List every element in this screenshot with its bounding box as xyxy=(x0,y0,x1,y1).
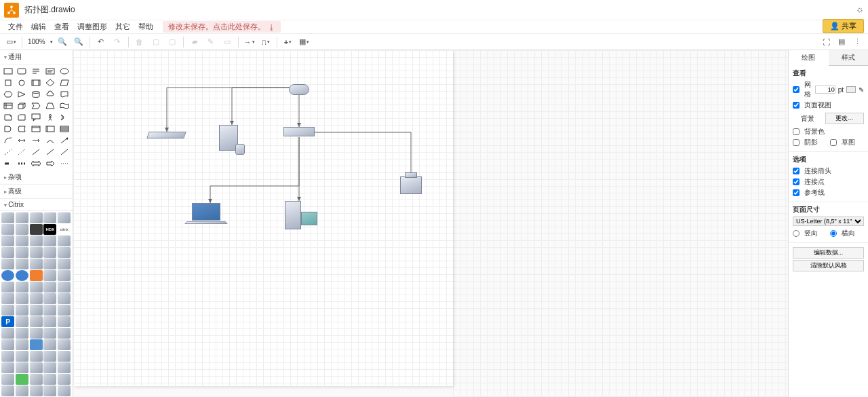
zoom-dropdown[interactable]: ▾ xyxy=(50,39,53,45)
connection-button[interactable]: →▾ xyxy=(243,36,256,48)
citrix-shape[interactable] xyxy=(16,247,28,258)
citrix-shape[interactable] xyxy=(16,224,28,235)
citrix-shape[interactable] xyxy=(58,316,71,327)
citrix-shape[interactable] xyxy=(43,385,56,396)
shape-bidir-arrow[interactable] xyxy=(16,135,28,146)
canvas[interactable] xyxy=(73,50,788,397)
tab-style[interactable]: 样式 xyxy=(829,50,869,66)
shape-trapezoid[interactable] xyxy=(43,100,56,111)
shape-ellipse[interactable] xyxy=(58,66,71,77)
shape-dashed[interactable] xyxy=(1,147,14,157)
shape-dotted2[interactable] xyxy=(58,158,71,169)
shape-hexagon[interactable] xyxy=(1,89,14,100)
citrix-shape[interactable] xyxy=(1,385,14,396)
menu-view[interactable]: 查看 xyxy=(50,22,73,32)
shape-parallelogram[interactable] xyxy=(58,77,71,88)
shape-circle[interactable] xyxy=(16,77,28,88)
citrix-shape[interactable] xyxy=(58,270,71,281)
checkbox-conn-points[interactable] xyxy=(793,178,800,185)
insert-button[interactable]: +▾ xyxy=(281,36,295,48)
line-color-button[interactable]: ✎ xyxy=(204,36,218,48)
citrix-shape[interactable] xyxy=(43,212,56,223)
shape-line2[interactable] xyxy=(43,147,56,157)
citrix-shape[interactable] xyxy=(30,385,43,396)
shape-card[interactable] xyxy=(16,112,28,123)
citrix-shape[interactable] xyxy=(1,351,14,362)
share-button[interactable]: 👤共享 xyxy=(823,19,864,33)
shape-cloud[interactable] xyxy=(43,89,56,100)
menu-extras[interactable]: 其它 xyxy=(111,22,134,32)
panel-misc[interactable]: 杂项 xyxy=(0,170,73,185)
fill-color-button[interactable]: ▰ xyxy=(188,36,201,48)
shape-tape[interactable] xyxy=(58,100,71,111)
citrix-shape[interactable] xyxy=(30,328,43,339)
checkbox-sketch[interactable] xyxy=(830,139,837,146)
shape-data-storage[interactable] xyxy=(16,124,28,134)
theme-toggle-icon[interactable]: ☼ xyxy=(856,4,864,14)
citrix-shape[interactable] xyxy=(58,305,71,316)
citrix-shape[interactable] xyxy=(1,339,14,350)
shape-note[interactable] xyxy=(1,112,14,123)
shape-curve[interactable] xyxy=(1,135,14,146)
citrix-shape[interactable] xyxy=(30,339,43,350)
citrix-shape[interactable] xyxy=(43,270,56,281)
shape-diamond[interactable] xyxy=(43,77,56,88)
menu-arrange[interactable]: 调整图形 xyxy=(73,22,111,32)
shape-line[interactable] xyxy=(30,147,43,157)
tab-diagram[interactable]: 绘图 xyxy=(789,50,829,66)
node-router[interactable] xyxy=(289,84,309,95)
citrix-shape[interactable] xyxy=(16,270,28,281)
shape-container2[interactable] xyxy=(43,124,56,134)
citrix-shape[interactable] xyxy=(30,235,43,246)
shape-thick-dash[interactable] xyxy=(16,158,28,169)
citrix-p[interactable]: P xyxy=(1,316,14,327)
shape-bidir-big[interactable] xyxy=(30,158,43,169)
shape-or[interactable] xyxy=(58,112,71,123)
menu-edit[interactable]: 编辑 xyxy=(27,22,50,32)
shape-container[interactable] xyxy=(30,124,43,134)
citrix-shape[interactable] xyxy=(43,374,56,385)
citrix-shape[interactable] xyxy=(1,328,14,339)
citrix-shape[interactable] xyxy=(58,385,71,396)
node-server-db[interactable] xyxy=(219,125,238,151)
citrix-shape[interactable] xyxy=(58,362,71,373)
citrix-shape[interactable] xyxy=(1,374,14,385)
panel-advanced[interactable]: 高级 xyxy=(0,185,73,199)
citrix-shape[interactable] xyxy=(43,316,56,327)
delete-button[interactable]: 🗑 xyxy=(133,36,146,48)
zoom-in-button[interactable]: 🔍 xyxy=(56,36,69,48)
outline-toggle-button[interactable]: ⋮ xyxy=(850,36,864,48)
citrix-shape[interactable] xyxy=(58,235,71,246)
citrix-shape[interactable] xyxy=(16,316,28,327)
node-laptop[interactable] xyxy=(192,203,226,225)
checkbox-shadow[interactable] xyxy=(793,139,800,146)
citrix-shape[interactable]: citrix xyxy=(58,224,71,235)
citrix-shape[interactable] xyxy=(30,224,43,235)
citrix-shape[interactable] xyxy=(30,362,43,373)
shape-internal[interactable] xyxy=(1,100,14,111)
shadow-button[interactable]: ▭ xyxy=(220,36,234,48)
shape-and[interactable] xyxy=(1,124,14,134)
checkbox-guides[interactable] xyxy=(793,189,800,196)
citrix-hdx[interactable]: HDX xyxy=(43,224,56,235)
citrix-shape[interactable] xyxy=(30,212,43,223)
citrix-shape[interactable] xyxy=(1,259,14,269)
citrix-shape[interactable] xyxy=(58,282,71,292)
file-title[interactable]: 拓扑图.drawio xyxy=(24,4,75,16)
node-switch[interactable] xyxy=(283,127,315,136)
citrix-shape[interactable] xyxy=(58,259,71,269)
shape-process[interactable] xyxy=(30,77,43,88)
table-button[interactable]: ▦▾ xyxy=(298,36,311,48)
waypoint-button[interactable]: ⎍▾ xyxy=(259,36,273,48)
citrix-shape[interactable] xyxy=(43,351,56,362)
citrix-shape[interactable] xyxy=(58,351,71,362)
citrix-shape[interactable] xyxy=(1,247,14,258)
citrix-shape[interactable] xyxy=(1,305,14,316)
checkbox-bgcolor[interactable] xyxy=(793,128,800,135)
citrix-shape[interactable] xyxy=(43,259,56,269)
citrix-shape[interactable] xyxy=(1,224,14,235)
shape-line3[interactable] xyxy=(58,147,71,157)
citrix-shape[interactable] xyxy=(43,339,56,350)
citrix-shape[interactable] xyxy=(16,282,28,292)
citrix-shape[interactable] xyxy=(1,270,14,281)
